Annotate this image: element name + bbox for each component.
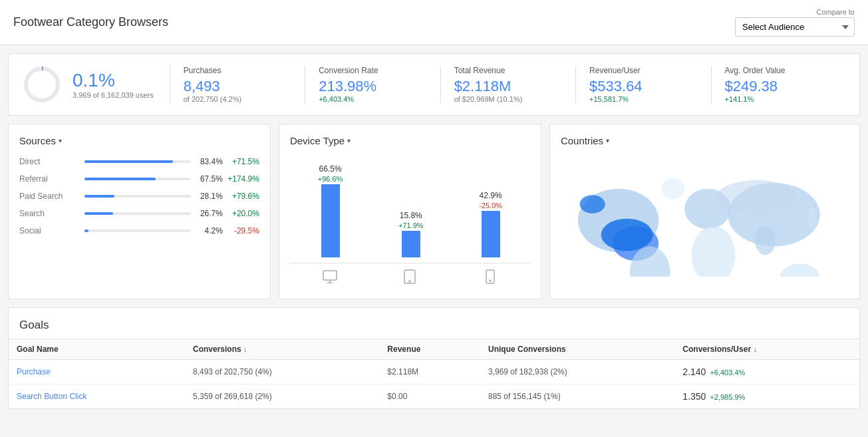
device-type-icon <box>322 269 338 288</box>
device-pct: 66.5% <box>319 164 342 174</box>
device-pct: 15.8% <box>400 211 422 220</box>
bar-container <box>84 229 191 232</box>
users-sub: 3,969 of 6,162,039 users <box>72 91 154 99</box>
source-change: +71.5% <box>223 157 259 166</box>
col-goal-name: Goal Name <box>9 339 185 360</box>
select-audience-dropdown[interactable]: Select Audience <box>735 17 855 37</box>
purchases-value: 8,493 <box>184 78 291 95</box>
source-row: Direct83.4%+71.5% <box>19 157 259 166</box>
bar-fill <box>84 160 173 163</box>
countries-panel: Countries ▾ <box>549 124 860 299</box>
device-dropdown-arrow: ▾ <box>347 137 351 144</box>
device-bar-blue <box>482 211 500 257</box>
table-header-row: Goal Name Conversions ↓ Revenue Unique C… <box>9 339 859 360</box>
device-col: 15.8%+71.9% <box>398 211 424 257</box>
donut-chart <box>22 65 62 104</box>
revenue-cell: $0.00 <box>379 384 480 409</box>
bar-container <box>84 178 191 180</box>
conv-user-value: 2.140 <box>682 366 706 377</box>
purchases-sub: of 202,750 (4.2%) <box>184 95 291 103</box>
source-pct: 26.7% <box>196 209 223 218</box>
avg-order-value: $249.38 <box>725 78 833 95</box>
col-conversions[interactable]: Conversions ↓ <box>185 339 379 360</box>
source-pct: 28.1% <box>196 192 223 201</box>
svg-point-6 <box>409 281 410 282</box>
device-type-panel: Device Type ▾ 66.5%+96.6%15.8%+71.9%42.9… <box>279 124 541 299</box>
bar-fill <box>84 178 156 180</box>
countries-title[interactable]: Countries ▾ <box>561 135 849 146</box>
donut-section: 0.1% 3,969 of 6,162,039 users <box>22 65 170 104</box>
revenue-user-value: $533.64 <box>589 78 697 95</box>
device-col: 66.5%+96.6% <box>318 164 343 257</box>
avg-order-label: Avg. Order Value <box>725 66 833 75</box>
device-change: +71.9% <box>398 221 424 229</box>
bar-container <box>84 195 191 198</box>
revenue-cell: $2.118M <box>379 360 480 384</box>
bar-fill <box>84 212 113 215</box>
revenue-value: $2.118M <box>454 78 562 95</box>
conversion-stat: Conversion Rate 213.98% +6,403.4% <box>305 66 440 103</box>
device-pct: 42.9% <box>480 191 502 200</box>
bar-container <box>84 212 191 215</box>
conv-user-cell: 2.140+6,403.4% <box>674 360 859 384</box>
conversion-value: 213.98% <box>319 78 426 95</box>
conv-user-cell: 1.350+2,985.9% <box>674 384 859 409</box>
map-svg <box>561 157 849 277</box>
goals-title: Goals <box>9 308 859 339</box>
table-row: Search Button Click5,359 of 269,618 (2%)… <box>9 384 859 409</box>
svg-point-20 <box>807 207 816 227</box>
table-row: Purchase8,493 of 202,750 (4%)$2.118M3,96… <box>9 360 859 384</box>
source-change: +20.0% <box>223 209 259 218</box>
revenue-user-change: +15,581.7% <box>589 95 697 103</box>
unique-conv-cell: 885 of 156,145 (1%) <box>480 384 674 409</box>
goal-name-link[interactable]: Purchase <box>17 367 51 376</box>
avg-order-stat: Avg. Order Value $249.38 +141.1% <box>712 66 846 103</box>
device-bar-blue <box>402 231 420 257</box>
source-name: Paid Search <box>19 192 79 201</box>
unique-conv-cell: 3,969 of 182,938 (2%) <box>480 360 674 384</box>
percent-section: 0.1% 3,969 of 6,162,039 users <box>72 70 154 99</box>
device-bar-wrap <box>321 184 340 257</box>
source-name: Search <box>19 209 79 218</box>
sources-rows: Direct83.4%+71.5%Referral67.5%+174.9%Pai… <box>19 157 259 235</box>
bar-fill <box>84 229 88 232</box>
svg-rect-2 <box>323 271 337 280</box>
goals-section: Goals Goal Name Conversions ↓ Revenue Un… <box>8 307 860 409</box>
device-type-icon <box>402 269 418 288</box>
device-type-title[interactable]: Device Type ▾ <box>290 135 530 146</box>
svg-point-18 <box>661 178 684 199</box>
sources-panel: Sources ▾ Direct83.4%+71.5%Referral67.5%… <box>8 124 271 299</box>
panels-row: Sources ▾ Direct83.4%+71.5%Referral67.5%… <box>8 124 860 299</box>
source-change: +174.9% <box>223 174 259 184</box>
compare-label: Compare to <box>817 8 855 16</box>
conversion-change: +6,403.4% <box>319 95 426 103</box>
sources-dropdown-arrow: ▾ <box>59 137 62 144</box>
goal-name-link[interactable]: Search Button Click <box>17 392 86 401</box>
compare-section: Compare to Select Audience <box>735 8 855 37</box>
source-row: Referral67.5%+174.9% <box>19 174 259 184</box>
col-conv-user[interactable]: Conversions/User ↓ <box>674 339 859 360</box>
source-change: -29.5% <box>223 226 259 235</box>
svg-point-17 <box>716 180 797 215</box>
world-map <box>561 157 849 277</box>
stats-card: 0.1% 3,969 of 6,162,039 users Purchases … <box>8 53 860 116</box>
svg-point-19 <box>755 226 776 255</box>
page-header: Footwear Category Browsers Compare to Se… <box>0 0 868 45</box>
revenue-label: Total Revenue <box>454 66 562 75</box>
source-pct: 83.4% <box>196 157 223 166</box>
source-row: Paid Search28.1%+79.6% <box>19 192 259 201</box>
conversions-cell: 5,359 of 269,618 (2%) <box>185 384 379 409</box>
revenue-stat: Total Revenue $2.118M of $20.969M (10.1%… <box>441 66 576 103</box>
source-row: Search26.7%+20.0% <box>19 209 259 218</box>
conv-user-value: 1.350 <box>682 391 706 402</box>
goals-table-body: Purchase8,493 of 202,750 (4%)$2.118M3,96… <box>9 360 859 409</box>
conversion-label: Conversion Rate <box>319 66 426 75</box>
source-pct: 4.2% <box>196 226 223 235</box>
device-change: -25.0% <box>479 202 502 210</box>
col-revenue: Revenue <box>379 339 480 360</box>
goal-name-cell: Purchase <box>9 360 185 384</box>
device-bar-blue <box>321 184 340 257</box>
svg-point-8 <box>490 280 491 281</box>
source-name: Referral <box>19 174 79 184</box>
sources-title[interactable]: Sources ▾ <box>19 135 259 146</box>
